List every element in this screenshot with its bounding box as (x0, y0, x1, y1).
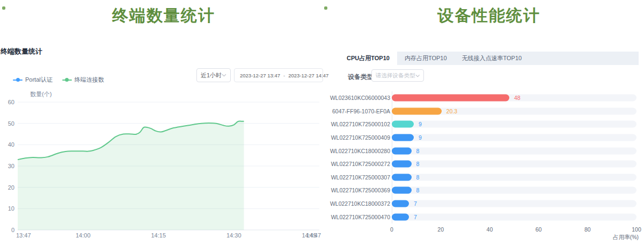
bar-row: WL022710K725000369 8 (339, 184, 639, 197)
bar-track (392, 187, 636, 194)
bar-value-label: 8 (416, 174, 420, 181)
bar-value-label: 48 (514, 95, 521, 101)
bar-area: 8 (392, 184, 636, 197)
y-tick-label: 60 (8, 99, 14, 105)
device-type-placeholder: 请选择设备类型 (376, 72, 415, 80)
bar-x-tick-label: 60 (536, 226, 542, 233)
bar-track (392, 200, 636, 207)
bar-value-label: 7 (414, 200, 417, 207)
x-tick-label: 13:47 (16, 232, 31, 239)
bar-fill (392, 121, 414, 128)
page-title-right: 设备性能统计 (339, 5, 639, 27)
bar-area: 9 (392, 118, 636, 131)
bar-category-label: WL022710K725000307 (339, 171, 390, 184)
legend-item-0[interactable]: Portal认证 (13, 76, 53, 84)
right-bullet-icon (324, 6, 327, 10)
dashboard: 终端数量统计 终端数量统计 近1小时 2023-12-27 13:47 - 20… (0, 0, 644, 245)
bar-x-tick-label: 80 (584, 226, 591, 233)
bar-category-label: WL022710K725000409 (339, 131, 390, 145)
bar-area: 7 (392, 197, 636, 211)
y-tick-label: 0 (11, 227, 14, 233)
time-range-select[interactable]: 近1小时 (196, 68, 231, 82)
bar-fill (392, 200, 409, 207)
legend-mark-icon (13, 78, 23, 82)
bar-track (392, 213, 636, 220)
bar-x-tick-label: 0 (390, 226, 393, 233)
y-tick-label: 20 (8, 184, 14, 191)
bar-area: 7 (392, 210, 636, 224)
legend-label: Portal认证 (25, 76, 53, 84)
y-tick-label: 10 (8, 205, 14, 212)
bar-chart-xticks: 020406080100 (392, 226, 636, 233)
chevron-down-icon (222, 74, 226, 77)
cpu-top10-chart: WL023610KC06000043 48 6047-FF96-1070-EF0… (339, 91, 639, 224)
bar-row: WL022710K725000307 8 (339, 171, 639, 184)
bar-value-label: 8 (416, 161, 420, 167)
bar-area: 8 (392, 144, 636, 157)
device-type-select[interactable]: 请选择设备类型 (371, 69, 424, 82)
legend-mark-icon (62, 78, 72, 82)
bar-row: 6047-FF96-1070-EF0A 20.3 (339, 105, 639, 118)
panel-title-terminal: 终端数量统计 (1, 47, 42, 56)
bar-row: WL022710K725000272 8 (339, 157, 639, 171)
time-range-value: 近1小时 (201, 71, 222, 80)
bar-area: 8 (392, 157, 636, 171)
bar-fill (392, 174, 412, 181)
datetime-range-picker[interactable]: 2023-12-27 13:47 - 2023-12-27 14:47 (234, 68, 323, 82)
date-separator: - (282, 73, 286, 78)
bar-area: 48 (392, 91, 636, 105)
bar-fill (392, 161, 412, 168)
bar-row: WL022710K725000102 9 (339, 118, 639, 131)
bar-fill (392, 107, 442, 114)
bar-x-tick-label: 20 (437, 226, 444, 233)
area-fill (18, 121, 244, 230)
bar-area: 8 (392, 171, 636, 184)
bar-row: WL022710K725000470 7 (339, 210, 639, 224)
x-tick-label: 14:15 (151, 232, 166, 239)
x-tick-label: 14:30 (226, 232, 241, 239)
bar-row: WL022710KC18000372 7 (339, 197, 639, 211)
bar-category-label: WL022710K725000102 (339, 118, 390, 131)
bar-value-label: 20.3 (447, 108, 457, 114)
bar-value-label: 8 (416, 187, 420, 193)
date-end: 2023-12-27 14:47 (288, 73, 328, 78)
bar-chart-xlabel: 占用率(%) (596, 234, 639, 241)
y-tick-label: 50 (8, 120, 14, 127)
x-tick-label: 14:00 (76, 232, 91, 239)
date-start: 2023-12-27 13:47 (240, 73, 280, 78)
bar-fill (392, 147, 412, 154)
bar-track (392, 161, 636, 168)
bar-value-label: 8 (416, 148, 420, 154)
bar-track (392, 134, 636, 141)
y-tick-label: 30 (8, 163, 14, 169)
chevron-down-icon (415, 74, 420, 77)
bar-category-label: WL022710K725000272 (339, 157, 390, 171)
bar-x-tick-label: 40 (487, 226, 493, 233)
bar-value-label: 9 (419, 121, 422, 127)
bar-fill (392, 213, 409, 220)
bar-category-label: 6047-FF96-1070-EF0A (339, 105, 390, 118)
legend-item-1[interactable]: 终端连接数 (62, 76, 104, 84)
bar-value-label: 9 (419, 134, 422, 141)
bar-fill (392, 187, 412, 194)
bar-category-label: WL022710KC18000372 (339, 197, 390, 211)
y-tick-label: 40 (8, 141, 14, 148)
y-axis-title: 数量(个) (30, 90, 52, 98)
tab-2[interactable]: 无线接入点速率TOP10 (455, 52, 530, 65)
bar-value-label: 7 (414, 214, 417, 220)
bar-area: 20.3 (392, 105, 636, 118)
bar-category-label: WL022710K725000470 (339, 210, 390, 224)
tab-1[interactable]: 内存占用TOP10 (397, 52, 455, 65)
bar-row: WL022710KC18000280 8 (339, 144, 639, 157)
bar-category-label: WL022710K725000369 (339, 184, 390, 197)
bar-row: WL023610KC06000043 48 (339, 91, 639, 105)
bar-area: 9 (392, 131, 636, 145)
bar-fill (392, 134, 414, 141)
bar-category-label: WL023610KC06000043 (339, 91, 390, 105)
legend: Portal认证 终端连接数 (13, 76, 104, 84)
device-type-label: 设备类型 (348, 73, 374, 82)
performance-tabs: CPU占用TOP10内存占用TOP10无线接入点速率TOP10 (339, 52, 639, 65)
page-title-left: 终端数量统计 (0, 5, 327, 27)
tab-0[interactable]: CPU占用TOP10 (339, 52, 397, 65)
bar-x-tick-label: 100 (632, 226, 641, 233)
